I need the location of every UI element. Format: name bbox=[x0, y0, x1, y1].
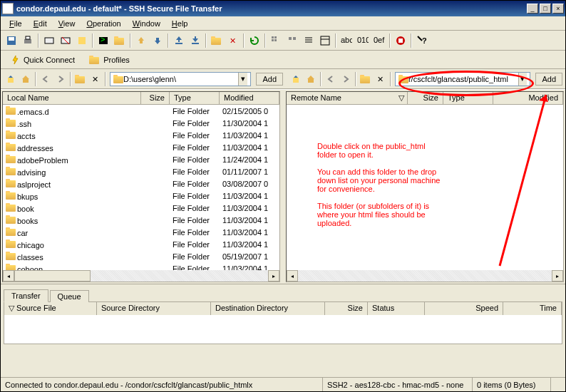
col-tsize[interactable]: Size bbox=[325, 302, 368, 315]
local-path-combo[interactable]: ▾ bbox=[110, 72, 251, 86]
file-row[interactable]: bookFile Folder11/03/2004 1 bbox=[3, 202, 279, 214]
file-row[interactable]: carFile Folder11/03/2004 1 bbox=[3, 226, 279, 238]
delete-icon[interactable]: ✕ bbox=[225, 33, 241, 48]
file-row[interactable]: classesFile Folder05/19/2007 1 bbox=[3, 250, 279, 262]
local-home-icon[interactable] bbox=[19, 72, 33, 86]
scroll-right-icon[interactable]: ▸ bbox=[552, 270, 563, 282]
col-local-modified[interactable]: Modified bbox=[220, 92, 279, 104]
up-icon[interactable] bbox=[133, 33, 149, 48]
file-row[interactable]: bkupsFile Folder11/03/2004 1 bbox=[3, 190, 279, 202]
view2-icon[interactable] bbox=[284, 33, 300, 48]
profiles-button[interactable]: Profiles bbox=[83, 54, 135, 66]
menu-help[interactable]: Help bbox=[166, 18, 194, 29]
col-source-file[interactable]: ▽ Source File bbox=[4, 302, 97, 315]
down-icon[interactable] bbox=[150, 33, 165, 48]
save-icon[interactable] bbox=[4, 33, 19, 48]
file-row[interactable]: aslprojectFile Folder03/08/2007 0 bbox=[3, 177, 279, 190]
local-path-input[interactable] bbox=[123, 75, 238, 83]
scroll-thumb[interactable] bbox=[14, 270, 91, 282]
col-remote-modified[interactable]: Modified bbox=[493, 92, 563, 104]
quick-connect-button[interactable]: Quick Connect bbox=[5, 53, 81, 66]
new-folder-icon[interactable] bbox=[209, 33, 225, 48]
local-add-button[interactable]: Add bbox=[256, 73, 283, 86]
local-dropdown-arrow[interactable]: ▾ bbox=[238, 73, 247, 86]
upload-icon[interactable] bbox=[171, 33, 187, 48]
remote-dropdown-arrow[interactable]: ▾ bbox=[518, 73, 528, 86]
file-row[interactable]: .emacs.dFile Folder02/15/2005 0 bbox=[3, 105, 279, 117]
connect-icon[interactable] bbox=[41, 33, 57, 48]
col-source-dir[interactable]: Source Directory bbox=[97, 302, 211, 315]
col-speed[interactable]: Speed bbox=[425, 302, 503, 315]
folder-icon bbox=[6, 106, 16, 115]
col-local-type[interactable]: Type bbox=[170, 92, 220, 104]
remote-add-button[interactable]: Add bbox=[535, 73, 562, 86]
view3-icon[interactable] bbox=[301, 33, 317, 48]
scroll-left-icon[interactable]: ◂ bbox=[287, 270, 298, 282]
col-remote-name[interactable]: Remote Name ▽ bbox=[287, 92, 408, 104]
file-row[interactable]: adobeProblemFile Folder11/24/2004 1 bbox=[3, 153, 279, 165]
remote-newfolder-icon[interactable] bbox=[359, 72, 373, 86]
remote-fwd-icon[interactable] bbox=[339, 72, 353, 86]
new-terminal-icon[interactable]: > bbox=[96, 33, 111, 48]
file-row[interactable]: booksFile Folder11/03/2004 1 bbox=[3, 214, 279, 226]
remote-back-icon[interactable] bbox=[324, 72, 338, 86]
profile-icon[interactable] bbox=[74, 33, 90, 48]
tab-queue[interactable]: Queue bbox=[50, 290, 89, 302]
file-row[interactable]: addressesFile Folder11/03/2004 1 bbox=[3, 141, 279, 153]
col-status[interactable]: Status bbox=[368, 302, 425, 315]
refresh-icon[interactable] bbox=[247, 33, 262, 48]
folder-icon bbox=[6, 203, 16, 212]
remote-home-icon[interactable] bbox=[304, 72, 318, 86]
close-button[interactable]: × bbox=[552, 4, 564, 14]
file-row[interactable]: chicagoFile Folder11/03/2004 1 bbox=[3, 238, 279, 250]
pane-divider[interactable] bbox=[282, 90, 284, 284]
disconnect-icon[interactable] bbox=[58, 33, 73, 48]
file-row[interactable]: acctsFile Folder11/03/2004 1 bbox=[3, 129, 279, 141]
statusbar: Connected to condor.depaul.edu - /condor… bbox=[1, 377, 565, 391]
download-icon[interactable] bbox=[187, 33, 203, 48]
col-local-name[interactable]: Local Name bbox=[3, 92, 141, 104]
maximize-button[interactable]: □ bbox=[540, 4, 551, 14]
tab-transfer[interactable]: Transfer bbox=[4, 289, 48, 302]
remote-path-combo[interactable]: ▾ bbox=[395, 72, 530, 86]
remote-path-input[interactable] bbox=[408, 75, 518, 83]
col-remote-type[interactable]: Type bbox=[443, 92, 493, 104]
menu-operation[interactable]: Operation bbox=[81, 18, 126, 29]
minimize-button[interactable]: _ bbox=[527, 4, 538, 14]
file-row[interactable]: .sshFile Folder11/30/2004 1 bbox=[3, 117, 279, 129]
menu-edit[interactable]: Edit bbox=[28, 18, 53, 29]
view1-icon[interactable] bbox=[268, 33, 284, 48]
col-remote-size[interactable]: Size bbox=[408, 92, 443, 104]
menu-window[interactable]: Window bbox=[127, 18, 166, 29]
new-transfer-icon[interactable] bbox=[112, 33, 128, 48]
local-delete-icon[interactable]: ✕ bbox=[88, 72, 103, 86]
asc-icon[interactable]: abc bbox=[339, 33, 354, 48]
file-row[interactable]: advisingFile Folder01/11/2007 1 bbox=[3, 165, 279, 177]
auto-icon[interactable]: 0ef bbox=[371, 33, 387, 48]
menu-file[interactable]: File bbox=[4, 18, 28, 29]
print-icon[interactable] bbox=[20, 33, 36, 48]
help-icon[interactable]: ? bbox=[414, 33, 430, 48]
local-back-icon[interactable] bbox=[38, 72, 53, 86]
file-row[interactable]: cohoonFile Folder11/03/2004 1 bbox=[3, 262, 279, 270]
remote-up-icon[interactable] bbox=[289, 72, 303, 86]
col-time[interactable]: Time bbox=[503, 302, 562, 315]
bottom-tabs: Transfer Queue bbox=[4, 287, 562, 301]
view4-icon[interactable] bbox=[317, 33, 333, 48]
bin-icon[interactable]: 010 bbox=[355, 33, 371, 48]
col-dest-dir[interactable]: Destination Directory bbox=[211, 302, 325, 315]
stop-icon[interactable] bbox=[393, 33, 408, 48]
remote-file-list[interactable] bbox=[287, 105, 563, 270]
remote-hscroll[interactable]: ◂ ▸ bbox=[287, 270, 563, 282]
col-local-size[interactable]: Size bbox=[141, 92, 170, 104]
quick-toolbar: Quick Connect Profiles bbox=[1, 51, 565, 69]
local-up-icon[interactable] bbox=[4, 72, 18, 86]
local-newfolder-icon[interactable] bbox=[73, 72, 88, 86]
remote-delete-icon[interactable]: ✕ bbox=[374, 72, 388, 86]
local-fwd-icon[interactable] bbox=[53, 72, 68, 86]
scroll-right-icon[interactable]: ▸ bbox=[268, 270, 279, 282]
local-hscroll[interactable]: ◂ ▸ bbox=[3, 270, 279, 282]
scroll-left-icon[interactable]: ◂ bbox=[3, 270, 14, 282]
menu-view[interactable]: View bbox=[53, 18, 81, 29]
local-file-list[interactable]: .emacs.dFile Folder02/15/2005 0.sshFile … bbox=[3, 105, 279, 270]
